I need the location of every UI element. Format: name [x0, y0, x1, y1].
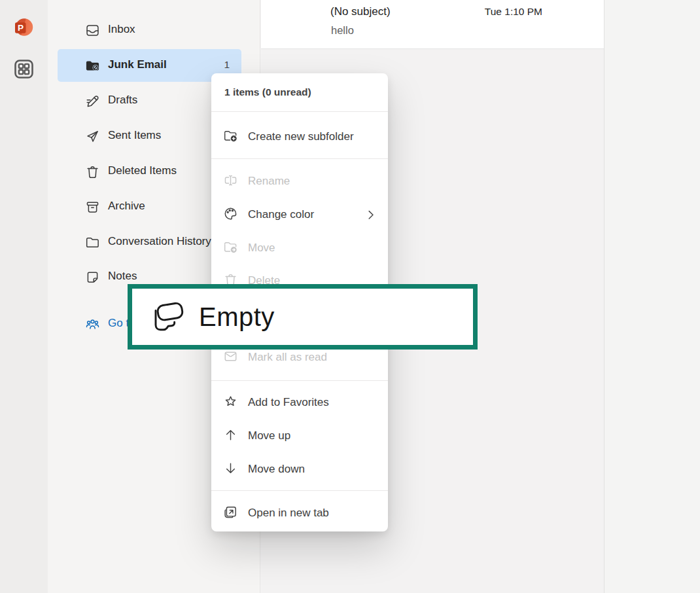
sidebar-item-label: Notes [108, 270, 137, 283]
drafts-icon [85, 94, 100, 109]
sidebar-item-label: Deleted Items [108, 164, 177, 177]
menu-item-create-new-subfolder[interactable]: Create new subfolder [211, 120, 388, 153]
menu-item-open-in-new-tab[interactable]: Open in new tab [211, 497, 388, 530]
reading-pane [604, 0, 700, 593]
menu-item-move-down[interactable]: Move down [211, 453, 388, 486]
mail-icon [223, 349, 238, 367]
annotation-label: Empty [199, 302, 275, 332]
menu-item-change-color[interactable]: Change color [211, 198, 388, 231]
menu-item-label: Mark all as read [248, 351, 327, 364]
archive-icon [85, 200, 100, 215]
folder-add-icon [223, 128, 238, 146]
folder-item-count: 1 items (0 unread) [224, 86, 311, 98]
notes-icon [85, 270, 100, 285]
sidebar-item-label: Conversation History [108, 235, 211, 248]
unread-count: 1 [224, 59, 230, 71]
menu-item-rename[interactable]: Rename [211, 165, 388, 198]
menu-item-label: Move [248, 242, 275, 255]
menu-item-add-to-favorites[interactable]: Add to Favorites [211, 386, 388, 419]
menu-item-label: Rename [248, 175, 290, 188]
menu-item-label: Move up [248, 429, 290, 442]
menu-divider [211, 380, 388, 381]
sent-icon [85, 129, 100, 144]
menu-item-label: Add to Favorites [248, 396, 329, 409]
menu-item-move[interactable]: Move [211, 232, 388, 264]
sidebar-item-label: Drafts [108, 94, 137, 107]
annotation-empty-highlight[interactable]: Empty [128, 284, 478, 350]
menu-item-label: Create new subfolder [248, 130, 354, 143]
rename-icon [223, 173, 238, 190]
app-rail: P [0, 0, 48, 593]
empty-folder-icon [149, 299, 186, 334]
groups-icon [85, 317, 100, 332]
message-preview: hello [331, 24, 354, 37]
sidebar-item-inbox[interactable]: Inbox [48, 12, 260, 48]
message-list-item[interactable]: (No subject) Tue 1:10 PM hello [261, 0, 604, 49]
menu-item-label: Open in new tab [248, 507, 329, 520]
menu-item-label: Move down [248, 463, 305, 476]
arrow-down-icon [223, 461, 238, 478]
inbox-icon [85, 23, 100, 38]
folder-icon [85, 235, 100, 250]
sidebar-item-label: Sent Items [108, 129, 161, 142]
arrow-up-icon [223, 427, 238, 445]
menu-divider [211, 490, 388, 491]
folder-move-icon [223, 240, 238, 257]
message-subject: (No subject) [330, 5, 391, 18]
star-icon [223, 394, 238, 412]
outlook-window: P Inbox [0, 0, 700, 593]
app-launcher-icon[interactable] [13, 58, 35, 80]
menu-item-label: Change color [248, 208, 314, 221]
trash-icon [85, 164, 100, 179]
palette-icon [223, 206, 238, 224]
message-time: Tue 1:10 PM [485, 6, 542, 18]
chevron-right-icon [364, 208, 377, 224]
svg-text:P: P [18, 23, 24, 33]
powerpoint-icon[interactable]: P [13, 17, 35, 39]
junk-folder-icon [85, 58, 100, 73]
sidebar-item-label: Junk Email [108, 58, 167, 71]
open-new-tab-icon [223, 505, 238, 522]
sidebar-item-label: Archive [108, 200, 145, 213]
menu-divider [211, 111, 388, 112]
menu-item-move-up[interactable]: Move up [211, 420, 388, 452]
sidebar-item-label: Inbox [108, 23, 135, 36]
menu-divider [211, 158, 388, 159]
